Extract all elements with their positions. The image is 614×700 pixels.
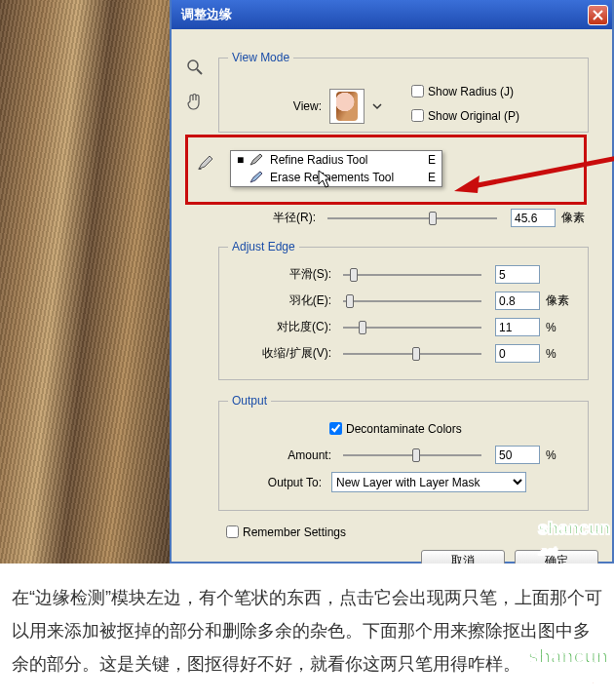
contrast-unit: % — [546, 321, 573, 334]
radius-input[interactable] — [511, 209, 556, 227]
cursor-pointer-icon — [318, 170, 333, 192]
cancel-button[interactable]: 取消 — [421, 550, 505, 564]
brush-icon — [249, 153, 264, 167]
dialog-titlebar[interactable]: 调整边缘 — [172, 0, 612, 29]
zoom-tool-icon[interactable] — [181, 58, 209, 76]
feather-label: 羽化(E): — [234, 292, 331, 309]
amount-input[interactable] — [495, 446, 540, 464]
view-mode-group: View Mode View: Show Radius (J) Show Ori… — [218, 51, 589, 133]
refine-edge-dialog: 调整边缘 View Mode View: — [170, 0, 614, 564]
amount-label: Amount: — [234, 448, 331, 462]
remember-settings-checkbox[interactable]: Remember Settings — [222, 523, 346, 541]
view-label: View: — [263, 99, 322, 113]
view-mode-legend: View Mode — [228, 51, 293, 64]
photo-hair-background — [0, 0, 175, 564]
view-thumbnail-button[interactable] — [329, 89, 365, 124]
radius-slider[interactable] — [327, 215, 497, 221]
output-group: Output Decontaminate Colors Amount: % Ou… — [218, 394, 589, 511]
close-icon — [593, 10, 603, 20]
adjust-edge-legend: Adjust Edge — [228, 240, 299, 253]
menu-item-erase-refinements[interactable]: Erase Refinements Tool E — [231, 169, 441, 186]
svg-point-0 — [188, 60, 198, 70]
radius-unit: 像素 — [561, 210, 589, 226]
contrast-input[interactable] — [495, 318, 540, 336]
shift-edge-label: 收缩/扩展(V): — [234, 345, 331, 362]
contrast-slider[interactable] — [343, 325, 481, 331]
feather-slider[interactable] — [343, 298, 481, 304]
watermark: shancun.net — [528, 638, 608, 695]
feather-unit: 像素 — [546, 292, 573, 309]
menu-item-refine-radius[interactable]: ■ Refine Radius Tool E — [231, 151, 441, 169]
hand-tool-icon[interactable] — [181, 92, 209, 111]
shift-edge-unit: % — [546, 347, 573, 361]
shift-edge-slider[interactable] — [343, 351, 481, 357]
description-paragraph: 在“边缘检测”模块左边，有个笔状的东西，点击它会出现两只笔，上面那个可以用来添加… — [0, 564, 614, 700]
red-arrow-annotation — [454, 154, 614, 193]
svg-line-2 — [468, 156, 614, 187]
watermark: shancun.net — [538, 519, 610, 560]
adjust-edge-group: Adjust Edge 平滑(S): 羽化(E): 像素 对比度(C): — [218, 240, 589, 380]
dialog-title: 调整边缘 — [181, 6, 232, 23]
smooth-slider[interactable] — [343, 272, 481, 278]
output-legend: Output — [228, 394, 271, 408]
feather-input[interactable] — [495, 292, 540, 310]
svg-line-1 — [197, 69, 202, 74]
eraser-brush-icon — [249, 171, 264, 184]
smooth-label: 平滑(S): — [234, 266, 331, 283]
chevron-down-icon[interactable] — [370, 99, 384, 113]
decontaminate-checkbox[interactable]: Decontaminate Colors — [326, 419, 462, 438]
output-to-label: Output To: — [234, 476, 322, 489]
contrast-label: 对比度(C): — [234, 319, 331, 335]
close-button[interactable] — [588, 5, 608, 25]
svg-marker-3 — [454, 175, 480, 193]
amount-unit: % — [546, 448, 573, 462]
smooth-input[interactable] — [495, 265, 540, 284]
shift-edge-input[interactable] — [495, 344, 540, 363]
amount-slider[interactable] — [343, 452, 481, 458]
thumbnail-image — [336, 92, 358, 121]
output-to-select[interactable]: New Layer with Layer Mask — [331, 472, 526, 492]
radius-label: 半径(R): — [218, 210, 316, 226]
show-radius-checkbox[interactable]: Show Radius (J) — [407, 82, 519, 100]
refine-brush-tool-button[interactable] — [193, 152, 220, 174]
brush-tool-flyout-menu: ■ Refine Radius Tool E Erase Refinements… — [230, 150, 442, 187]
show-original-checkbox[interactable]: Show Original (P) — [407, 106, 519, 125]
